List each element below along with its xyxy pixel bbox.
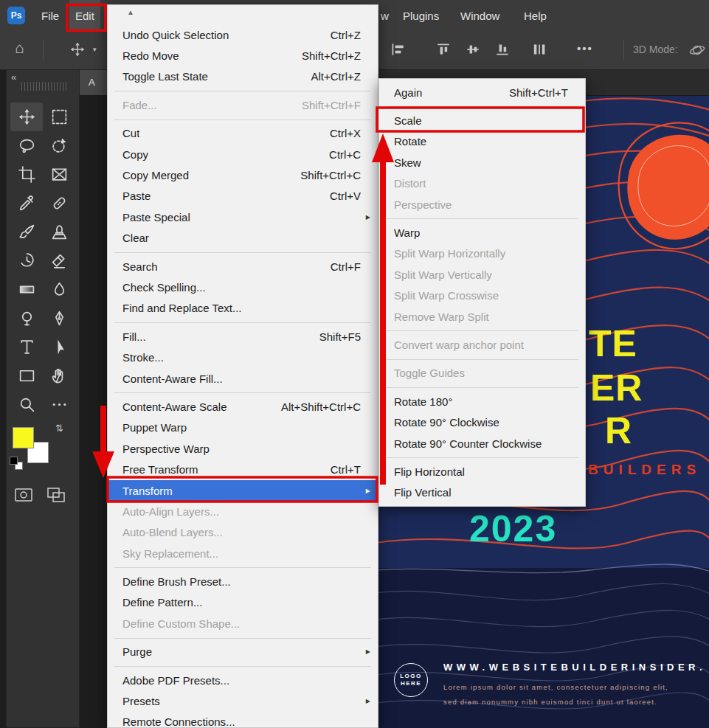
menu-item-label: Paste Special: [122, 211, 190, 223]
zoom-tool[interactable]: [10, 390, 43, 419]
menu-item-shortcut: Alt+Shift+Ctrl+C: [268, 401, 361, 413]
align-bottom-edges-icon[interactable]: [494, 41, 511, 58]
menu-item-again[interactable]: AgainShift+Ctrl+T: [379, 82, 585, 103]
menu-separator: [108, 87, 378, 94]
lasso-tool[interactable]: [10, 131, 43, 160]
menubar-plugins[interactable]: Plugins: [397, 0, 445, 31]
more-options-icon[interactable]: •••: [577, 42, 593, 55]
home-icon[interactable]: ⌂: [15, 39, 24, 57]
menu-item-stroke[interactable]: Stroke...: [108, 347, 378, 367]
align-top-edges-icon[interactable]: [435, 41, 452, 58]
menubar-window[interactable]: Window: [454, 0, 505, 31]
menu-item-cut[interactable]: CutCtrl+X: [108, 123, 378, 144]
eraser-tool[interactable]: [43, 246, 75, 275]
menu-item-adobe-pdf-presets[interactable]: Adobe PDF Presets...: [108, 670, 378, 690]
brush-tool[interactable]: [10, 218, 43, 246]
menu-item-skew[interactable]: Skew: [379, 152, 585, 173]
menu-item-copy-merged[interactable]: Copy MergedShift+Ctrl+C: [108, 164, 378, 185]
menu-item-shortcut: Ctrl+T: [317, 463, 361, 476]
chevron-down-icon[interactable]: ▾: [93, 46, 97, 53]
dodge-tool[interactable]: [10, 304, 43, 333]
menu-item-purge[interactable]: Purge▶: [108, 642, 378, 662]
crop-tool[interactable]: [10, 160, 43, 189]
hand-tool[interactable]: [43, 361, 75, 390]
menu-item-redo-move[interactable]: Redo MoveShift+Ctrl+Z: [108, 45, 378, 66]
menu-item-perspective-warp[interactable]: Perspective Warp: [108, 438, 378, 459]
frame-tool[interactable]: [43, 160, 75, 189]
menu-item-flip-horizontal[interactable]: Flip Horizontal: [379, 461, 585, 482]
menu-item-fill[interactable]: Fill...Shift+F5: [108, 326, 378, 347]
menubar-file[interactable]: File: [35, 0, 65, 31]
screen-mode-icon[interactable]: [46, 486, 66, 507]
menu-item-label: Define Pattern...: [122, 596, 202, 609]
menu-item-toggle-last-state[interactable]: Toggle Last StateAlt+Ctrl+Z: [108, 66, 378, 87]
foreground-color-swatch[interactable]: [13, 427, 34, 448]
more-tools-icon[interactable]: [43, 390, 75, 419]
menu-item-auto-blend-layers: Auto-Blend Layers...: [108, 522, 378, 543]
menu-item-label: Presets: [122, 695, 160, 707]
swap-colors-icon[interactable]: ⇅: [55, 423, 63, 434]
type-tool[interactable]: [10, 333, 43, 361]
rectangle-tool[interactable]: [10, 361, 43, 390]
orbit-3d-icon[interactable]: [688, 41, 706, 59]
collapse-panel-icon[interactable]: «: [11, 72, 16, 83]
menu-item-rotate-180[interactable]: Rotate 180°: [379, 391, 585, 412]
object-selection-tool[interactable]: [43, 131, 75, 160]
menu-item-flip-vertical[interactable]: Flip Vertical: [379, 482, 585, 503]
rectangular-marquee-tool[interactable]: [43, 103, 75, 131]
menu-item-content-aware-fill[interactable]: Content-Aware Fill...: [108, 368, 378, 389]
move-tool[interactable]: [10, 103, 43, 131]
menu-item-content-aware-scale[interactable]: Content-Aware ScaleAlt+Shift+Ctrl+C: [108, 396, 378, 417]
path-selection-tool[interactable]: [43, 333, 75, 361]
menu-item-shortcut: Ctrl+Z: [317, 29, 361, 41]
healing-brush-tool[interactable]: [43, 189, 75, 218]
menubar-edit[interactable]: Edit: [69, 0, 100, 31]
menu-item-rotate[interactable]: Rotate: [379, 131, 585, 152]
menu-item-check-spelling[interactable]: Check Spelling...: [108, 277, 378, 297]
menu-item-define-custom-shape: Define Custom Shape...: [108, 613, 378, 634]
menu-item-define-brush-preset[interactable]: Define Brush Preset...: [108, 571, 378, 592]
quick-mask-icon[interactable]: [14, 486, 33, 507]
menu-item-rotate-90-clockwise[interactable]: Rotate 90° Clockwise: [379, 412, 585, 432]
clone-stamp-tool[interactable]: [43, 218, 75, 246]
menu-item-find-and-replace-text[interactable]: Find and Replace Text...: [108, 298, 378, 319]
blur-tool[interactable]: [43, 275, 75, 304]
menu-item-shortcut: Ctrl+F: [317, 260, 361, 273]
menu-item-clear[interactable]: Clear: [108, 228, 378, 249]
menu-item-search[interactable]: SearchCtrl+F: [108, 256, 378, 277]
default-colors-icon[interactable]: [10, 457, 23, 470]
menu-item-puppet-warp[interactable]: Puppet Warp: [108, 417, 378, 438]
move-tool-icon[interactable]: [69, 41, 86, 58]
menu-item-presets[interactable]: Presets▶: [108, 690, 378, 711]
align-left-edges-icon[interactable]: [390, 41, 406, 58]
menu-item-copy[interactable]: CopyCtrl+C: [108, 144, 378, 164]
menu-separator: [379, 215, 585, 222]
gradient-tool[interactable]: [10, 275, 43, 304]
menu-item-paste[interactable]: PasteCtrl+V: [108, 186, 378, 207]
pen-tool[interactable]: [43, 304, 75, 333]
menu-item-label: Distort: [394, 177, 426, 190]
menu-item-scale[interactable]: Scale: [379, 110, 585, 131]
menu-item-undo-quick-selection[interactable]: Undo Quick SelectionCtrl+Z: [108, 24, 378, 45]
menu-item-warp[interactable]: Warp: [379, 222, 585, 243]
align-vertical-centers-icon[interactable]: [465, 41, 481, 58]
distribute-horizontal-icon[interactable]: [531, 41, 547, 58]
menu-item-transform[interactable]: Transform▶: [108, 480, 378, 501]
menu-item-label: Adobe PDF Presets...: [122, 674, 229, 687]
menu-separator: [379, 384, 585, 391]
menu-item-label: Content-Aware Scale: [122, 401, 226, 413]
history-brush-tool[interactable]: [10, 246, 43, 275]
eyedropper-tool[interactable]: [10, 189, 43, 218]
menu-item-rotate-90-counter-clockwise[interactable]: Rotate 90° Counter Clockwise: [379, 433, 585, 454]
color-swatches: ⇅: [7, 423, 79, 471]
menu-item-paste-special[interactable]: Paste Special▶: [108, 207, 378, 227]
menu-item-label: Cut: [122, 127, 139, 139]
panel-grip[interactable]: [21, 82, 69, 91]
menu-item-define-pattern[interactable]: Define Pattern...: [108, 592, 378, 613]
menubar-help[interactable]: Help: [518, 0, 553, 31]
menu-item-remote-connections[interactable]: Remote Connections...: [108, 712, 378, 728]
menu-item-free-transform[interactable]: Free TransformCtrl+T: [108, 459, 378, 479]
poster-lorem-line-1: Lorem ipsum dolor sit amet, consectetuer…: [443, 683, 668, 691]
menu-scroll-up-icon[interactable]: ▲: [127, 8, 134, 16]
document-tab[interactable]: A: [80, 69, 111, 95]
